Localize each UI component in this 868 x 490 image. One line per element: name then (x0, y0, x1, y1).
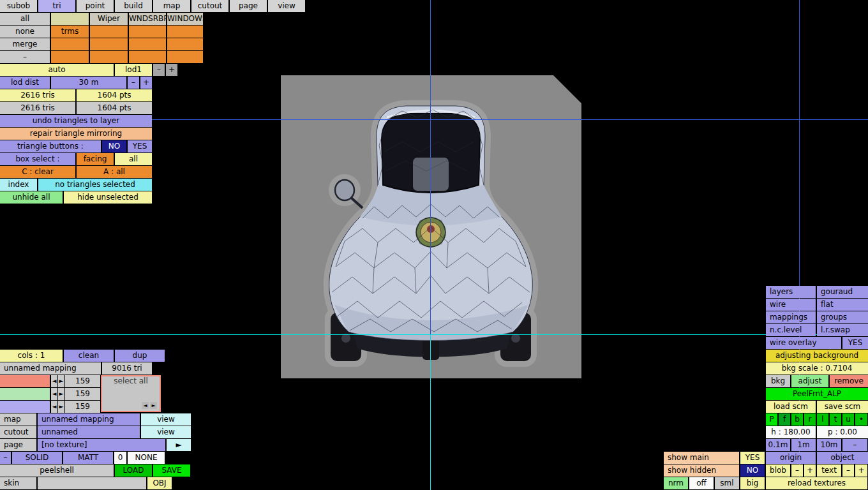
map-row-label[interactable]: map (0, 413, 36, 426)
subob-group-trms[interactable]: trms (51, 26, 89, 38)
mappings-button[interactable]: mappings (766, 311, 816, 323)
tab-tri[interactable]: tri (38, 0, 75, 12)
bkg-button[interactable]: bkg (766, 375, 790, 387)
page-row-label[interactable]: page (0, 439, 36, 451)
grid-step-minus-button[interactable]: – (842, 439, 867, 451)
view-key-f[interactable]: f (779, 413, 790, 426)
tab-cutout[interactable]: cutout (191, 0, 228, 12)
material-index-value[interactable]: 0 (114, 452, 126, 464)
select-all-left-arrow[interactable]: ◄ (142, 402, 149, 409)
blob-button[interactable]: blob (766, 464, 790, 477)
nrm-sml-button[interactable]: sml (715, 477, 739, 489)
obj-export-button[interactable]: OBJ (147, 477, 172, 489)
wire-button[interactable]: wire (766, 299, 816, 311)
color-channel-green-slider[interactable] (0, 388, 50, 400)
hide-unselected-button[interactable]: hide unselected (64, 191, 152, 204)
cutout-view-button[interactable]: view (141, 426, 191, 438)
origin-button[interactable]: origin (766, 452, 816, 464)
tab-view[interactable]: view (268, 0, 305, 12)
skin-name-field[interactable] (38, 477, 146, 489)
flat-button[interactable]: flat (817, 299, 868, 311)
select-none-subob-button[interactable]: none (0, 26, 50, 38)
index-button[interactable]: index (0, 179, 37, 191)
nrm-off-button[interactable]: off (689, 477, 714, 489)
select-all-subob-button[interactable]: all (0, 13, 50, 25)
load-button[interactable]: LOAD (115, 464, 152, 477)
object-button[interactable]: object (817, 452, 868, 464)
material-none-value[interactable]: NONE (128, 452, 165, 464)
color-channel-red-slider[interactable] (0, 375, 50, 387)
color-channel-blue-slider[interactable] (0, 401, 50, 413)
select-all-tris-button[interactable]: A : all (77, 166, 152, 178)
channel-green-right-arrow[interactable]: ► (58, 388, 64, 400)
material-minus-button[interactable]: – (0, 452, 11, 464)
layers-button[interactable]: layers (766, 286, 816, 298)
dup-button[interactable]: dup (115, 350, 165, 362)
show-main-toggle[interactable]: YES (740, 452, 765, 464)
lod-plus-button[interactable]: + (166, 64, 177, 76)
adjust-button[interactable]: adjust (791, 375, 828, 387)
tab-build[interactable]: build (115, 0, 152, 12)
save-scm-button[interactable]: save scm (817, 401, 868, 413)
view-key-l[interactable]: l (817, 413, 828, 426)
wire-overlay-toggle[interactable]: YES (842, 337, 868, 349)
background-texture-name[interactable]: PeelFrnt_ALP (766, 388, 868, 400)
box-select-all-button[interactable]: all (115, 153, 152, 165)
channel-red-right-arrow[interactable]: ► (58, 375, 64, 387)
undo-triangles-button[interactable]: undo triangles to layer (0, 115, 152, 127)
select-all-box[interactable]: select all ◄ ► (101, 375, 161, 412)
unhide-all-button[interactable]: unhide all (0, 191, 63, 204)
tab-page[interactable]: page (230, 0, 267, 12)
grid-step-10m-button[interactable]: 10m (817, 439, 841, 451)
channel-blue-left-arrow[interactable]: ◄ (51, 401, 57, 413)
tab-map[interactable]: map (153, 0, 190, 12)
triangle-buttons-no[interactable]: NO (102, 140, 126, 152)
clear-selection-button[interactable]: C : clear (0, 166, 75, 178)
nrm-button[interactable]: nrm (664, 477, 688, 489)
nrm-big-button[interactable]: big (740, 477, 765, 489)
model-file-name[interactable]: peelshell (0, 464, 114, 477)
wire-overlay-label[interactable]: wire overlay (766, 337, 841, 349)
map-view-button[interactable]: view (141, 413, 191, 426)
subob-group-wiper[interactable]: Wiper (90, 13, 128, 25)
text-minus-button[interactable]: – (842, 464, 854, 477)
remove-button[interactable]: remove (830, 375, 868, 387)
page-next-button[interactable]: ► (167, 439, 191, 451)
subob-minus-button[interactable]: – (0, 51, 50, 63)
box-select-facing-button[interactable]: facing (77, 153, 114, 165)
select-all-right-arrow[interactable]: ► (150, 402, 157, 409)
view-key-dot[interactable]: • (855, 413, 867, 426)
load-scm-button[interactable]: load scm (766, 401, 816, 413)
model-viewport[interactable] (281, 75, 581, 378)
view-key-r[interactable]: r (804, 413, 816, 426)
skin-label[interactable]: skin (0, 477, 36, 489)
nc-level-button[interactable]: n.c.level (766, 324, 816, 336)
gouraud-button[interactable]: gouraud (817, 286, 868, 298)
material-matt-button[interactable]: MATT (63, 452, 113, 464)
page-row-value[interactable]: [no texture] (38, 439, 165, 451)
cutout-row-value[interactable]: unnamed (38, 426, 140, 438)
merge-subob-button[interactable]: merge (0, 38, 50, 50)
material-solid-button[interactable]: SOLID (12, 452, 62, 464)
text-button[interactable]: text (817, 464, 841, 477)
lod-minus-button[interactable]: – (153, 64, 165, 76)
blob-plus-button[interactable]: + (804, 464, 816, 477)
channel-blue-right-arrow[interactable]: ► (58, 401, 64, 413)
clean-button[interactable]: clean (64, 350, 114, 362)
text-plus-button[interactable]: + (855, 464, 867, 477)
view-key-p[interactable]: P (766, 413, 777, 426)
save-button[interactable]: SAVE (153, 464, 190, 477)
view-key-t[interactable]: t (830, 413, 841, 426)
blob-minus-button[interactable]: – (791, 464, 803, 477)
cutout-row-label[interactable]: cutout (0, 426, 36, 438)
lr-swap-button[interactable]: l.r.swap (817, 324, 868, 336)
view-key-b[interactable]: b (791, 413, 803, 426)
groups-button[interactable]: groups (817, 311, 868, 323)
mapping-name[interactable]: unnamed mapping (0, 362, 101, 375)
triangle-buttons-yes[interactable]: YES (128, 140, 152, 152)
subob-group-wndsrbr[interactable]: WNDSRBR (129, 13, 166, 25)
lod1-button[interactable]: lod1 (115, 64, 152, 76)
show-hidden-toggle[interactable]: NO (740, 464, 765, 477)
map-row-value[interactable]: unnamed mapping (38, 413, 140, 426)
view-key-u[interactable]: u (842, 413, 854, 426)
